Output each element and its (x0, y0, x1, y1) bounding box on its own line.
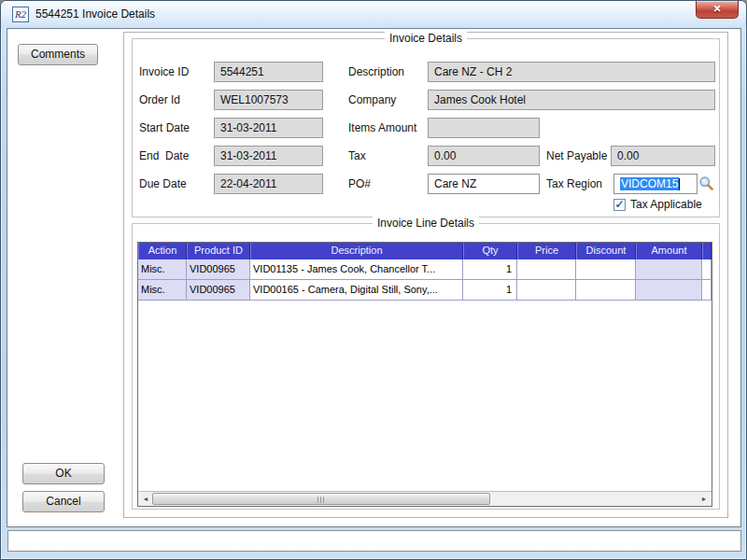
tax-field: 0.00 (428, 146, 540, 166)
cell-discount (576, 280, 636, 301)
cell-spacer (702, 280, 712, 301)
start-date-label: Start Date (139, 118, 190, 138)
main-panel: Invoice Details Invoice ID 5544251 Order… (123, 32, 728, 518)
cell-amount (636, 259, 702, 280)
invoice-line-details-group: Invoice Line Details Action Product ID D… (132, 223, 720, 510)
po-label: PO# (348, 174, 371, 194)
grid-row-2[interactable]: Misc. VID00965 VID00165 - Camera, Digita… (138, 280, 712, 301)
end-date-field: 31-03-2011 (214, 146, 323, 166)
comments-button[interactable]: Comments (18, 44, 98, 65)
invoice-id-field: 5544251 (214, 62, 323, 82)
scroll-right-arrow-icon[interactable]: ► (697, 492, 712, 506)
cell-product-id: VID00965 (187, 259, 250, 280)
end-date-label: End Date (139, 146, 189, 166)
tax-region-selected-text: VIDCOM15 (620, 177, 679, 190)
company-field: James Cook Hotel (428, 90, 715, 110)
invoice-details-group-title: Invoice Details (385, 32, 467, 45)
column-header-spacer (702, 243, 712, 259)
tax-region-label: Tax Region (546, 174, 602, 194)
description-label: Description (348, 62, 404, 82)
cell-discount (576, 259, 636, 280)
column-header-price[interactable]: Price (517, 243, 576, 259)
ok-button[interactable]: OK (22, 463, 105, 484)
cell-product-id: VID00965 (187, 280, 250, 301)
cell-qty: 1 (463, 259, 517, 280)
tax-region-field[interactable]: VIDCOM15 (613, 174, 698, 194)
column-header-action[interactable]: Action (138, 243, 187, 259)
column-header-amount[interactable]: Amount (636, 243, 702, 259)
tax-applicable-checkbox[interactable]: ✓ (613, 199, 626, 211)
close-button[interactable]: ✕ (696, 1, 739, 19)
scrollbar-grip-icon (317, 497, 325, 503)
cell-qty: 1 (463, 280, 517, 301)
description-field: Care NZ - CH 2 (428, 62, 715, 82)
net-payable-field: 0.00 (611, 146, 715, 166)
items-amount-field (428, 118, 540, 138)
text-caret (679, 178, 680, 190)
column-header-qty[interactable]: Qty (463, 243, 517, 259)
cancel-button[interactable]: Cancel (22, 491, 105, 512)
horizontal-scrollbar[interactable]: ◄ ► (138, 491, 712, 506)
cell-action: Misc. (138, 280, 187, 301)
cell-spacer (702, 259, 712, 280)
window-title: 5544251 Invoice Details (35, 7, 155, 21)
grid-row-1[interactable]: Misc. VID00965 VID01135 - James Cook, Ch… (138, 259, 712, 280)
invoice-lines-grid: Action Product ID Description Qty Price … (137, 242, 712, 507)
order-id-field: WEL1007573 (214, 90, 323, 110)
column-header-description[interactable]: Description (250, 243, 463, 259)
po-field[interactable]: Care NZ (428, 174, 540, 194)
due-date-label: Due Date (139, 174, 187, 194)
app-logo-icon: R2 (12, 7, 29, 22)
search-icon[interactable] (698, 175, 714, 191)
tax-label: Tax (348, 146, 366, 166)
invoice-line-details-group-title: Invoice Line Details (373, 217, 479, 230)
status-bar (7, 530, 741, 552)
net-payable-label: Net Payable (546, 146, 607, 166)
cell-price (517, 280, 576, 301)
items-amount-label: Items Amount (348, 118, 416, 138)
grid-header-row: Action Product ID Description Qty Price … (138, 243, 712, 259)
scroll-left-arrow-icon[interactable]: ◄ (138, 492, 153, 506)
start-date-field: 31-03-2011 (214, 118, 323, 138)
cell-price (517, 259, 576, 280)
invoice-details-window: R2 5544251 Invoice Details ✕ Comments OK… (0, 0, 747, 560)
invoice-details-group: Invoice Details Invoice ID 5544251 Order… (132, 38, 720, 217)
cell-action: Misc. (138, 259, 187, 280)
column-header-product-id[interactable]: Product ID (187, 243, 250, 259)
title-bar: R2 5544251 Invoice Details ✕ (1, 1, 746, 28)
scrollbar-thumb[interactable] (152, 493, 490, 505)
invoice-id-label: Invoice ID (139, 62, 189, 82)
due-date-field: 22-04-2011 (214, 174, 323, 194)
cell-description: VID00165 - Camera, Digital Still, Sony,.… (250, 280, 463, 301)
order-id-label: Order Id (139, 90, 180, 110)
company-label: Company (348, 90, 396, 110)
column-header-discount[interactable]: Discount (576, 243, 636, 259)
tax-applicable-label: Tax Applicable (630, 198, 702, 212)
cell-description: VID01135 - James Cook, Chancellor T... (250, 259, 463, 280)
cell-amount (636, 280, 702, 301)
dialog-content: Comments OK Cancel Invoice Details Invoi… (7, 28, 741, 527)
